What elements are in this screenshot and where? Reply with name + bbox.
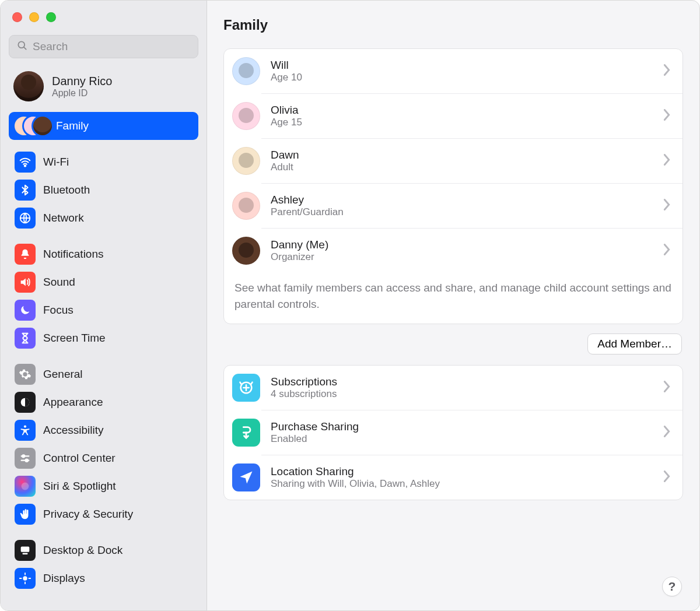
minimize-window-button[interactable] [29, 12, 39, 22]
sidebar-item-label: Sound [43, 276, 75, 289]
svg-point-13 [23, 576, 27, 580]
member-row-danny[interactable]: Danny (Me) Organizer [261, 228, 682, 273]
sidebar-item-apple-id[interactable]: Danny Rico Apple ID [9, 69, 198, 108]
sidebar-item-network[interactable]: Network [9, 204, 198, 232]
feature-sub: Enabled [271, 433, 359, 445]
location-icon [232, 463, 260, 491]
member-name: Dawn [271, 149, 299, 161]
add-member-button[interactable]: Add Member… [587, 333, 682, 354]
svg-point-2 [24, 165, 26, 166]
dock-icon [15, 540, 36, 561]
sidebar-item-privacy[interactable]: Privacy & Security [9, 500, 198, 528]
sidebar-item-label: Network [43, 212, 84, 224]
member-name: Will [271, 59, 302, 72]
bluetooth-icon [15, 180, 36, 201]
avatar-icon [13, 71, 44, 101]
avatar-icon [232, 102, 260, 130]
sidebar-item-notifications[interactable]: Notifications [9, 240, 198, 268]
siri-icon [15, 476, 36, 497]
sidebar-item-label: Screen Time [43, 332, 106, 345]
content-pane: Family Will Age 10 Olivia Age 15 [207, 1, 699, 610]
sidebar-item-screen-time[interactable]: Screen Time [9, 324, 198, 352]
sidebar-item-label: Wi-Fi [43, 156, 69, 168]
feature-row-purchase-sharing[interactable]: Purchase Sharing Enabled [261, 410, 682, 455]
sidebar: Danny Rico Apple ID Family Wi-Fi [1, 1, 207, 610]
subscriptions-icon [232, 374, 260, 402]
sidebar-item-label: Siri & Spotlight [43, 480, 116, 493]
svg-point-7 [22, 455, 24, 457]
sidebar-item-family[interactable]: Family [9, 112, 198, 140]
maximize-window-button[interactable] [46, 12, 56, 22]
svg-point-9 [26, 459, 28, 462]
member-row-will[interactable]: Will Age 10 [224, 49, 682, 93]
search-input[interactable] [28, 40, 191, 53]
family-members-panel: Will Age 10 Olivia Age 15 [223, 48, 683, 324]
feature-sub: Sharing with Will, Olivia, Dawn, Ashley [271, 478, 440, 490]
sidebar-item-label: Accessibility [43, 424, 103, 437]
feature-title: Purchase Sharing [271, 420, 359, 433]
sidebar-item-label: General [43, 368, 83, 381]
feature-title: Location Sharing [271, 465, 440, 478]
avatar-icon [232, 147, 260, 175]
account-sub: Apple ID [52, 88, 112, 99]
account-name: Danny Rico [52, 75, 112, 88]
member-role: Age 10 [271, 72, 302, 83]
sidebar-item-sound[interactable]: Sound [9, 268, 198, 296]
member-name: Olivia [271, 104, 302, 117]
member-role: Adult [271, 161, 299, 173]
sidebar-item-displays[interactable]: Displays [9, 564, 198, 592]
svg-rect-12 [22, 553, 27, 554]
appearance-icon [15, 392, 36, 413]
member-row-ashley[interactable]: Ashley Parent/Guardian [261, 183, 682, 228]
content-header: Family [223, 1, 683, 48]
member-role: Age 15 [271, 117, 302, 128]
chevron-right-icon [663, 243, 671, 259]
avatar-icon [232, 192, 260, 220]
help-button[interactable]: ? [662, 577, 682, 596]
sidebar-item-wifi[interactable]: Wi-Fi [9, 148, 198, 176]
sidebar-item-bluetooth[interactable]: Bluetooth [9, 176, 198, 204]
speaker-icon [15, 272, 36, 293]
feature-row-subscriptions[interactable]: Subscriptions 4 subscriptions [224, 366, 682, 410]
sidebar-item-appearance[interactable]: Appearance [9, 388, 198, 416]
sidebar-item-focus[interactable]: Focus [9, 296, 198, 324]
chevron-right-icon [663, 108, 671, 124]
feature-title: Subscriptions [271, 375, 337, 388]
network-icon [15, 208, 36, 229]
gear-icon [15, 364, 36, 385]
close-window-button[interactable] [12, 12, 22, 22]
displays-icon [15, 568, 36, 589]
sidebar-item-accessibility[interactable]: Accessibility [9, 416, 198, 444]
feature-row-location-sharing[interactable]: Location Sharing Sharing with Will, Oliv… [261, 455, 682, 500]
hand-icon [15, 504, 36, 525]
purchase-sharing-icon [232, 419, 260, 447]
sidebar-item-desktop-dock[interactable]: Desktop & Dock [9, 536, 198, 564]
sidebar-item-general[interactable]: General [9, 360, 198, 388]
svg-point-5 [24, 425, 26, 427]
search-icon [16, 40, 28, 54]
moon-icon [15, 300, 36, 321]
member-row-olivia[interactable]: Olivia Age 15 [261, 93, 682, 138]
sidebar-item-label: Focus [43, 304, 74, 317]
sidebar-item-label: Desktop & Dock [43, 544, 123, 557]
member-row-dawn[interactable]: Dawn Adult [261, 138, 682, 183]
chevron-right-icon [663, 64, 671, 79]
chevron-right-icon [663, 470, 671, 486]
chevron-right-icon [663, 153, 671, 169]
svg-rect-11 [21, 547, 30, 552]
sidebar-item-control-center[interactable]: Control Center [9, 444, 198, 472]
avatar-icon [232, 237, 260, 265]
sidebar-item-siri[interactable]: Siri & Spotlight [9, 472, 198, 500]
chevron-right-icon [663, 198, 671, 214]
sidebar-item-label: Control Center [43, 452, 116, 465]
search-field[interactable] [9, 35, 198, 58]
member-name: Danny (Me) [271, 238, 328, 251]
bell-icon [15, 244, 36, 265]
chevron-right-icon [663, 425, 671, 441]
avatar-icon [232, 57, 260, 85]
svg-line-1 [24, 47, 26, 49]
feature-sub: 4 subscriptions [271, 388, 337, 400]
member-role: Parent/Guardian [271, 206, 344, 218]
sidebar-item-label: Family [56, 120, 89, 132]
members-footer-text: See what family members can access and s… [224, 273, 682, 324]
